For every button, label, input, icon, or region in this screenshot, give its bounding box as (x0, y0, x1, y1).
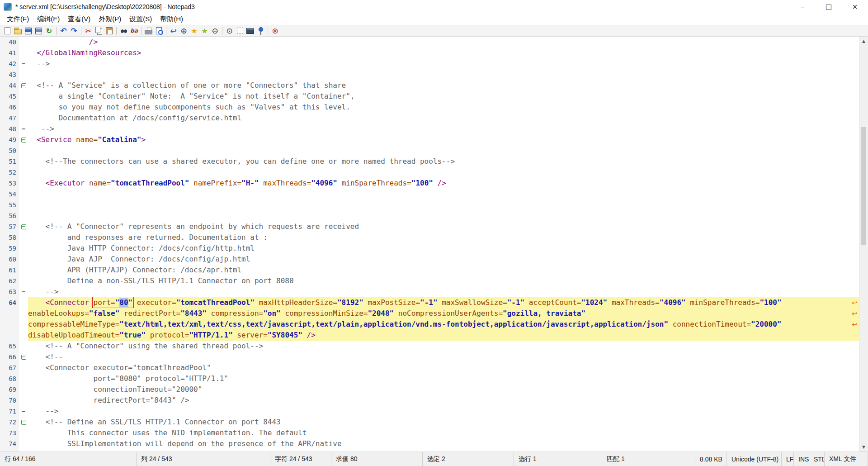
status-occurrences[interactable]: 匹配 1 (602, 452, 695, 466)
code-text[interactable]: APR (HTTP/AJP) Connector: /docs/apr.html (28, 265, 859, 276)
line-number[interactable] (0, 308, 19, 319)
menu-item-help[interactable]: 帮助(H) (156, 14, 187, 25)
code-text[interactable] (28, 69, 859, 80)
menu-item-edit[interactable]: 编辑(E) (33, 14, 64, 25)
status-file-size[interactable]: 8.08 KB (695, 452, 727, 466)
code-text[interactable]: connectionTimeout="20000" (28, 384, 859, 395)
zoom-in-icon[interactable]: ⊕ (179, 26, 189, 36)
status-file-type[interactable]: XML 文件 (825, 452, 868, 466)
save-icon[interactable] (23, 26, 33, 36)
print-icon[interactable] (143, 26, 154, 36)
code-text[interactable]: Documentation at /docs/config/service.ht… (28, 113, 859, 124)
line-number[interactable]: 60 (0, 254, 19, 265)
open-folder-icon[interactable] (13, 26, 23, 36)
code-text[interactable]: a single "Container" Note: A "Service" i… (28, 91, 859, 102)
line-number[interactable]: 45 (0, 91, 19, 102)
menu-item-file[interactable]: 文件(F) (3, 14, 33, 25)
line-number[interactable]: 43 (0, 69, 19, 80)
code-text[interactable]: <Connector executor="tomcatThreadPool" (28, 362, 859, 373)
line-number[interactable]: 74 (0, 438, 19, 449)
fold-margin[interactable] (19, 286, 28, 297)
code-text[interactable]: <!-- A "Connector" represents an endpoin… (28, 221, 859, 232)
redo-icon[interactable]: ↷ (69, 26, 79, 36)
line-number[interactable]: 56 (0, 210, 19, 221)
save-as-icon[interactable] (33, 26, 44, 36)
print-preview-icon[interactable] (154, 26, 164, 36)
fold-margin[interactable]: − (19, 352, 28, 362)
line-number[interactable]: 68 (0, 373, 19, 384)
revert-icon[interactable]: ↻ (44, 26, 54, 36)
line-number[interactable]: 65 (0, 341, 19, 352)
fold-toggle-icon[interactable]: − (21, 138, 26, 143)
status-line[interactable]: 行 64 / 166 (0, 452, 137, 466)
undo-icon[interactable]: ↶ (58, 26, 69, 36)
fullscreen-icon[interactable] (245, 26, 255, 36)
code-text[interactable]: <!-- A "Connector" using the shared thre… (28, 341, 859, 352)
fold-margin[interactable]: − (19, 134, 28, 145)
code-text[interactable]: Java HTTP Connector: /docs/config/http.h… (28, 243, 859, 254)
replace-icon[interactable]: ba (129, 26, 139, 36)
zoom-out-icon[interactable]: ⊖ (210, 26, 220, 36)
line-number[interactable]: 72 (0, 417, 19, 428)
code-area[interactable]: 40 />41 </GlobalNamingResources>42 -->43… (0, 37, 859, 452)
paste-icon[interactable] (104, 26, 114, 36)
menu-item-appearance[interactable]: 外观(P) (94, 14, 125, 25)
close-button[interactable]: × (842, 0, 868, 13)
code-text[interactable]: --> (28, 406, 859, 417)
code-text[interactable]: <!--The connectors can use a shared exec… (28, 156, 859, 167)
fold-margin[interactable] (19, 124, 28, 134)
code-text[interactable]: SSLImplementation will depend on the pre… (28, 438, 859, 449)
zoom-reset-icon[interactable]: ⊙ (224, 26, 235, 36)
line-number[interactable]: 47 (0, 113, 19, 124)
code-text[interactable]: redirectPort="8443" /> (28, 395, 859, 406)
scroll-down-icon[interactable]: ▼ (859, 442, 868, 452)
status-mode[interactable]: STD (809, 452, 825, 466)
line-number[interactable]: 61 (0, 265, 19, 276)
minimize-button[interactable]: – (789, 0, 816, 13)
code-text[interactable]: --> (28, 58, 859, 69)
menu-item-settings[interactable]: 设置(S) (125, 14, 156, 25)
app-icon[interactable] (4, 3, 12, 11)
fold-margin[interactable]: − (19, 80, 28, 91)
code-text[interactable] (28, 210, 859, 221)
line-number[interactable]: 66 (0, 352, 19, 362)
line-number[interactable]: 69 (0, 384, 19, 395)
menu-item-view[interactable]: 查看(V) (64, 14, 94, 25)
find-icon[interactable] (118, 26, 129, 36)
code-text[interactable]: Define a non-SSL/TLS HTTP/1.1 Connector … (28, 276, 859, 286)
code-text[interactable]: compressableMimeType="text/html,text/xml… (28, 319, 859, 330)
line-number[interactable]: 59 (0, 243, 19, 254)
line-number[interactable]: 52 (0, 167, 19, 178)
line-number[interactable] (0, 330, 19, 341)
cut-icon[interactable]: ✂ (83, 26, 94, 36)
code-text[interactable]: disableUploadTimeout="true" protocol="HT… (28, 330, 859, 341)
code-text[interactable]: <!-- A "Service" is a collection of one … (28, 80, 859, 91)
line-number[interactable]: 50 (0, 145, 19, 156)
pin-icon[interactable] (255, 26, 266, 36)
line-number[interactable]: 67 (0, 362, 19, 373)
status-encoding[interactable]: Unicode (UTF-8) (727, 452, 782, 466)
code-text[interactable]: This connector uses the NIO implementati… (28, 428, 859, 438)
scroll-up-icon[interactable]: ▲ (859, 37, 868, 46)
code-text[interactable]: <!-- (28, 352, 859, 362)
code-text[interactable]: --> (28, 286, 859, 297)
fold-margin[interactable] (19, 58, 28, 69)
word-wrap-icon[interactable]: ↩ (168, 26, 179, 36)
new-file-icon[interactable] (2, 26, 13, 36)
line-number[interactable]: 49 (0, 134, 19, 145)
status-eval[interactable]: 求值 80 (331, 452, 423, 466)
line-number[interactable] (0, 319, 19, 330)
status-selected-lines[interactable]: 选行 1 (514, 452, 602, 466)
favorites-icon[interactable]: ★ (189, 26, 199, 36)
code-text[interactable]: /> (28, 37, 859, 48)
status-column[interactable]: 列 24 / 543 (137, 452, 270, 466)
fold-margin[interactable]: − (19, 221, 28, 232)
code-text[interactable]: port="8080" protocol="HTTP/1.1" (28, 373, 859, 384)
line-number[interactable]: 71 (0, 406, 19, 417)
line-number[interactable]: 40 (0, 37, 19, 48)
fold-toggle-icon[interactable]: − (21, 224, 26, 229)
fold-toggle-icon[interactable]: − (21, 355, 26, 360)
code-text[interactable]: library and the useOpenSSL attribute of … (28, 449, 859, 452)
status-insert-mode[interactable]: INS (794, 452, 809, 466)
line-number[interactable]: 41 (0, 48, 19, 58)
